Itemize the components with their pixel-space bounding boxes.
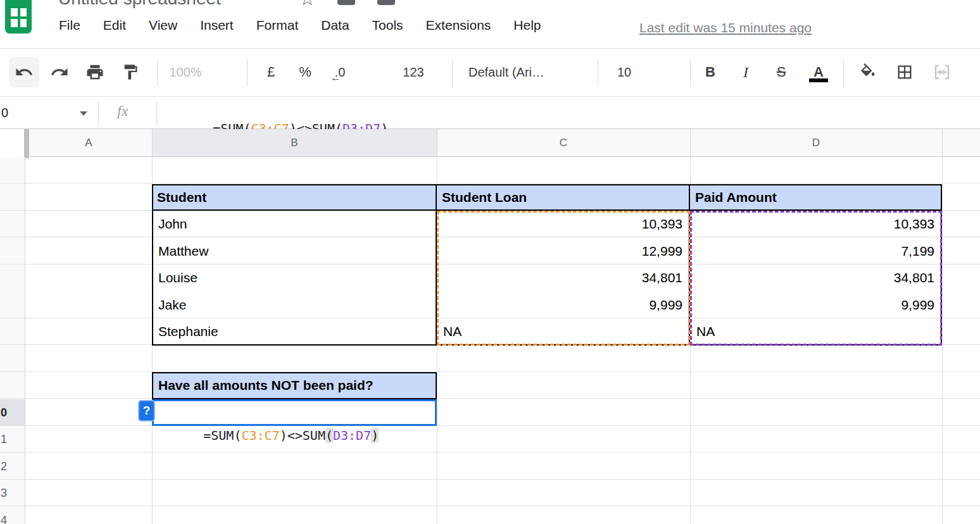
sheets-logo-icon[interactable]	[5, 0, 32, 34]
name-box-dropdown-arrow-icon[interactable]	[80, 111, 87, 116]
row-header-14[interactable]: 4	[1, 507, 13, 524]
cell-B9[interactable]: Have all amounts NOT been paid?	[152, 372, 437, 399]
menu-file[interactable]: File	[59, 18, 80, 33]
toolbar-divider	[247, 59, 248, 86]
column-header-B[interactable]: B	[152, 129, 437, 156]
column-header-strip: A B C D	[0, 129, 980, 157]
undo-icon[interactable]	[11, 56, 37, 89]
toolbar-divider	[598, 59, 598, 86]
text-color-swatch	[809, 78, 828, 82]
menu-data[interactable]: Data	[321, 18, 349, 33]
text-color-button[interactable]: A	[805, 56, 832, 89]
column-header-C[interactable]: C	[437, 129, 690, 156]
matched-paren: )	[371, 428, 379, 443]
matched-paren: (	[325, 428, 333, 443]
print-icon[interactable]	[82, 56, 108, 89]
select-all-corner[interactable]	[0, 129, 24, 157]
toolbar-divider	[843, 59, 844, 86]
column-header-A[interactable]: A	[25, 129, 152, 156]
menu-extensions[interactable]: Extensions	[426, 18, 491, 33]
formula-bar-divider	[156, 101, 157, 125]
spreadsheet-grid: A B C D 0 1 2 3 4 Student Student Loan P…	[0, 129, 980, 524]
formula-range1: C3:C7	[241, 428, 279, 443]
toolbar-divider	[690, 59, 691, 86]
cloud-status-icon[interactable]	[377, 0, 395, 5]
menu-bar: File Edit View Insert Format Data Tools …	[59, 18, 541, 33]
strikethrough-button[interactable]: S	[769, 56, 794, 89]
name-box[interactable]: 0	[1, 106, 8, 120]
column-divider	[942, 129, 943, 156]
gridline	[942, 157, 943, 524]
logo-grid	[11, 8, 27, 27]
range-highlight-C3-C7	[437, 211, 690, 346]
sheets-app: Untitled spreadsheet ☆ File Edit View In…	[0, 0, 980, 524]
currency-format-button[interactable]: £	[258, 56, 284, 89]
toolbar-divider	[157, 59, 158, 86]
borders-icon[interactable]	[891, 56, 918, 89]
fx-icon: fx	[117, 103, 128, 120]
document-title[interactable]: Untitled spreadsheet	[58, 0, 273, 8]
menu-edit[interactable]: Edit	[103, 18, 126, 33]
formula-range2: D3:D7	[333, 428, 371, 443]
bold-button[interactable]: B	[698, 56, 723, 89]
row-header-12[interactable]: 2	[1, 453, 13, 480]
fill-color-icon[interactable]	[855, 56, 881, 89]
zoom-select[interactable]: 100%	[166, 56, 205, 89]
menu-format[interactable]: Format	[256, 18, 299, 33]
decrease-decimals-button[interactable]: .0 ←	[325, 56, 355, 89]
row-header-13[interactable]: 3	[1, 480, 13, 506]
formula-help-badge[interactable]: ?	[138, 400, 155, 421]
menu-view[interactable]: View	[149, 18, 177, 33]
toolbar-divider	[452, 59, 453, 86]
menu-tools[interactable]: Tools	[372, 18, 403, 33]
top-bar: Untitled spreadsheet ☆ File Edit View In…	[0, 0, 980, 49]
toolbar: 100% £ % .0 ← .00 → 123 Default (Ari… 10…	[0, 49, 980, 97]
percent-format-button[interactable]: %	[292, 56, 318, 89]
redo-icon[interactable]	[47, 56, 72, 89]
active-cell-B10-formula-editor[interactable]: =SUM(C3:C7)<>SUM(D3:D7)	[152, 399, 437, 427]
font-select[interactable]: Default (Ari…	[468, 56, 570, 89]
move-folder-icon[interactable]	[337, 0, 355, 5]
menu-help[interactable]: Help	[513, 18, 541, 33]
column-header-D[interactable]: D	[690, 129, 942, 156]
menu-insert[interactable]: Insert	[200, 18, 234, 33]
left-arrow-icon: ←	[330, 72, 341, 84]
merge-cells-icon	[928, 56, 956, 89]
formula-bar-divider	[98, 101, 99, 125]
column-divider	[152, 129, 153, 156]
italic-button[interactable]: I	[733, 56, 758, 89]
column-divider	[437, 129, 437, 156]
corner-border	[24, 129, 29, 158]
star-icon[interactable]: ☆	[299, 0, 317, 6]
row-header-11[interactable]: 1	[1, 426, 13, 452]
last-edit-link[interactable]: Last edit was 15 minutes ago	[639, 20, 812, 35]
row-header-10[interactable]: 0	[1, 399, 13, 426]
number-format-button[interactable]: 123	[396, 56, 430, 89]
font-size-select[interactable]: 10	[609, 56, 639, 89]
range-highlight-D3-D7	[690, 211, 942, 346]
paint-format-icon[interactable]	[118, 56, 143, 89]
formula-bar: 0 fx =SUM(C3:C7)<>SUM(D3:D7)	[0, 97, 980, 129]
column-divider	[690, 129, 691, 156]
